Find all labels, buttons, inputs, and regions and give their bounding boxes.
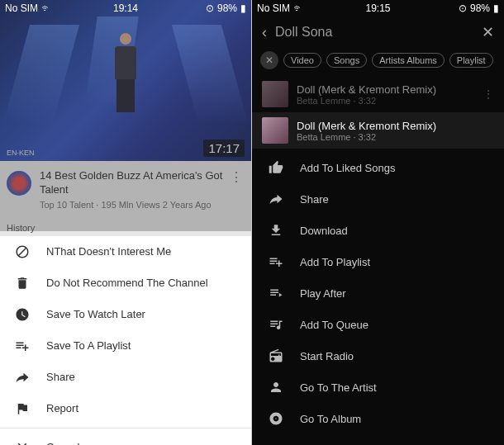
menu-add-queue[interactable]: Add To Queue	[252, 309, 504, 340]
track-row[interactable]: Doll (Merk & Kremont Remix) Betta Lemme …	[252, 76, 504, 112]
menu-label: Do Not Recommend The Channel	[46, 277, 208, 289]
chip-video[interactable]: Video	[283, 53, 321, 68]
track-context-menu: Add To Liked Songs Share Download Add To…	[252, 149, 504, 445]
clock-icon	[12, 307, 33, 322]
menu-label: Go To The Artist	[300, 381, 377, 394]
menu-not-interested[interactable]: NThat Doesn't Interest Me	[0, 236, 251, 267]
menu-label: Download	[300, 225, 348, 237]
menu-label: Cancel	[46, 441, 79, 445]
close-icon[interactable]: ✕	[482, 23, 494, 41]
menu-download[interactable]: Download	[252, 215, 504, 246]
menu-watch-later[interactable]: Save To Watch Later	[0, 299, 251, 330]
playlist-add-icon	[267, 254, 285, 269]
watermark: EN·KEN	[7, 149, 35, 157]
wifi-icon: ᯤ	[293, 2, 303, 14]
play-next-icon	[267, 286, 285, 301]
video-player[interactable]: EN·KEN 17:17	[0, 0, 251, 161]
more-icon[interactable]: ⋮	[230, 169, 243, 185]
share-icon	[12, 370, 33, 385]
track-thumb	[262, 117, 288, 144]
video-content	[110, 33, 141, 111]
menu-label: Share	[46, 371, 75, 383]
trash-icon	[12, 276, 33, 291]
menu-go-artist[interactable]: Go To The Artist	[252, 372, 504, 403]
menu-start-radio[interactable]: Start Radio	[252, 340, 504, 372]
video-title: 14 Best Golden Buzz At America's Got Tal…	[40, 169, 230, 197]
menu-label: Go To Album	[300, 413, 361, 425]
history-label: History	[0, 218, 251, 236]
carrier: No SIM	[257, 2, 290, 14]
status-bar: No SIMᯤ 19:14 ⊙98%▮	[0, 0, 251, 17]
battery: 98%	[217, 2, 237, 14]
menu-play-after[interactable]: Play After	[252, 277, 504, 309]
phone-youtube: No SIMᯤ 19:14 ⊙98%▮ EN·KEN 17:17 14 Best…	[0, 0, 252, 445]
track-title: Doll (Merk & Kremont Remix)	[297, 83, 474, 96]
clock: 19:14	[113, 2, 138, 14]
menu-label: Report	[46, 402, 78, 414]
menu-liked[interactable]: Add To Liked Songs	[252, 152, 504, 183]
menu-label: Add To Queue	[300, 319, 368, 331]
menu-label: Save To Watch Later	[46, 308, 145, 320]
search-input[interactable]: Doll Sona	[275, 25, 473, 40]
menu-report[interactable]: Report	[0, 393, 251, 424]
clock: 19:15	[365, 2, 390, 14]
menu-add-playlist[interactable]: Add To Playlist	[252, 246, 504, 277]
carrier: No SIM	[5, 2, 38, 14]
download-icon	[267, 223, 285, 238]
channel-avatar[interactable]	[7, 171, 31, 196]
menu-label: Start Radio	[300, 350, 354, 362]
phone-ytmusic: No SIMᯤ 19:15 ⊙98%▮ ‹ Doll Sona ✕ ✕ Vide…	[252, 0, 504, 445]
menu-share[interactable]: Share	[252, 183, 504, 215]
menu-label: Save To A Playlist	[46, 339, 131, 352]
radio-icon	[267, 348, 285, 363]
menu-cancel[interactable]: Cancel	[0, 432, 251, 445]
chip-artists-albums[interactable]: Artists Albums	[372, 53, 445, 68]
search-header: ‹ Doll Sona ✕	[252, 17, 504, 48]
menu-label: Share	[300, 193, 329, 206]
clear-filter-icon[interactable]: ✕	[260, 51, 278, 69]
queue-icon	[267, 317, 285, 332]
share-icon	[267, 192, 285, 206]
battery-icon: ▮	[493, 2, 499, 14]
track-thumb	[262, 81, 288, 107]
more-icon[interactable]: ⋮	[483, 88, 494, 101]
block-icon	[12, 244, 33, 259]
menu-label: Add To Liked Songs	[300, 162, 395, 174]
track-row-selected[interactable]: Doll (Merk & Kremont Remix) Betta Lemme …	[252, 112, 504, 149]
track-subtitle: Betta Lemme · 3:32	[297, 132, 494, 142]
wifi-icon: ᯤ	[41, 2, 51, 14]
battery: 98%	[470, 2, 490, 14]
menu-go-album[interactable]: Go To Album	[252, 403, 504, 434]
track-subtitle: Betta Lemme · 3:32	[297, 96, 474, 106]
menu-cancel[interactable]: Cancel	[252, 434, 504, 445]
flag-icon	[12, 401, 33, 416]
video-duration: 17:17	[203, 140, 245, 157]
thumb-up-icon	[267, 160, 285, 175]
chip-songs[interactable]: Songs	[326, 53, 367, 68]
menu-label: Play After	[300, 287, 346, 300]
menu-share[interactable]: Share	[0, 362, 251, 393]
artist-icon	[267, 380, 285, 395]
video-meta-row[interactable]: 14 Best Golden Buzz At America's Got Tal…	[0, 161, 251, 218]
status-bar: No SIMᯤ 19:15 ⊙98%▮	[252, 0, 504, 17]
video-subtitle: Top 10 Talent · 195 Mln Views 2 Years Ag…	[40, 200, 230, 210]
album-icon	[267, 411, 285, 426]
menu-label: Add To Playlist	[300, 256, 370, 268]
filter-chips: ✕ Video Songs Artists Albums Playlist	[252, 48, 504, 76]
battery-icon: ▮	[240, 2, 246, 14]
playlist-add-icon	[12, 338, 33, 353]
back-icon[interactable]: ‹	[262, 24, 267, 41]
close-icon	[12, 440, 33, 445]
menu-dont-recommend[interactable]: Do Not Recommend The Channel	[0, 267, 251, 299]
menu-save-playlist[interactable]: Save To A Playlist	[0, 330, 251, 362]
chip-playlist[interactable]: Playlist	[449, 53, 493, 68]
menu-label: NThat Doesn't Interest Me	[46, 245, 171, 258]
context-menu: NThat Doesn't Interest Me Do Not Recomme…	[0, 236, 251, 445]
track-title: Doll (Merk & Kremont Remix)	[297, 120, 494, 132]
